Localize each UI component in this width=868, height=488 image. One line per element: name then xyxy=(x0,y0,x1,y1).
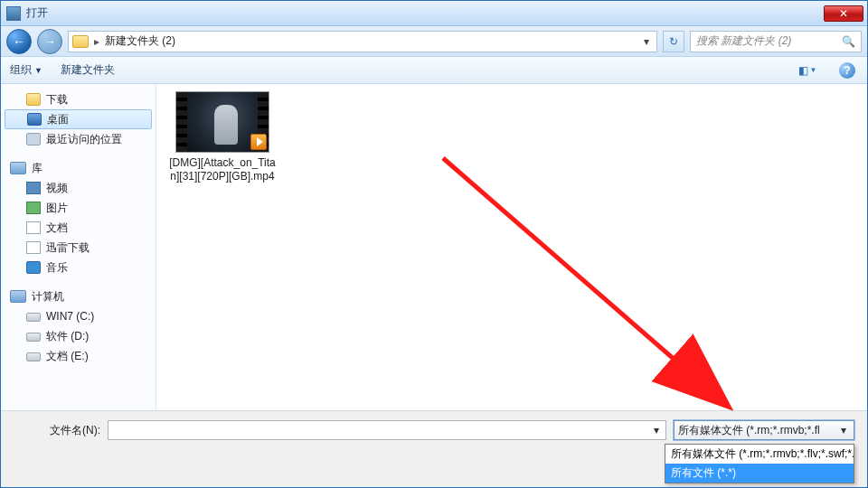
sidebar-item-xunlei[interactable]: 迅雷下载 xyxy=(1,238,156,258)
sidebar-item-label: WIN7 (C:) xyxy=(46,310,94,323)
navbar: ← → ▸ 新建文件夹 (2) ▾ ↻ 搜索 新建文件夹 (2) 🔍 xyxy=(1,26,867,57)
sidebar-item-label: 库 xyxy=(32,161,42,176)
filetype-selected-label: 所有媒体文件 (*.rm;*.rmvb;*.fl xyxy=(678,423,837,438)
folder-icon xyxy=(72,35,89,48)
filetype-option[interactable]: 所有文件 (*.*) xyxy=(665,464,854,483)
desktop-icon xyxy=(27,113,42,126)
sidebar-item-drive-d[interactable]: 软件 (D:) xyxy=(1,326,156,346)
sidebar-item-label: 最近访问的位置 xyxy=(46,132,122,147)
filename-input[interactable]: ▾ xyxy=(108,420,666,440)
sidebar-item-downloads[interactable]: 下载 xyxy=(1,89,156,109)
refresh-icon: ↻ xyxy=(669,35,678,48)
sidebar-item-desktop[interactable]: 桌面 xyxy=(5,109,152,129)
sidebar-group-computer[interactable]: 计算机 xyxy=(1,286,156,306)
downloads-icon xyxy=(26,93,41,106)
filename-label: 文件名(N): xyxy=(14,423,100,438)
sidebar-item-label: 计算机 xyxy=(32,289,64,305)
search-icon: 🔍 xyxy=(842,35,855,48)
arrow-left-icon: ← xyxy=(13,35,25,48)
sidebar-item-label: 迅雷下载 xyxy=(46,240,90,256)
sidebar-item-drive-c[interactable]: WIN7 (C:) xyxy=(1,306,156,326)
drive-icon xyxy=(26,333,41,342)
file-view[interactable]: [DMG][Attack_on_Titan][31][720P][GB].mp4 xyxy=(156,84,867,410)
sidebar-item-label: 文档 xyxy=(46,221,68,236)
search-input[interactable]: 搜索 新建文件夹 (2) 🔍 xyxy=(690,31,862,52)
libraries-icon xyxy=(10,162,26,174)
sidebar-item-label: 图片 xyxy=(46,201,68,216)
window-title: 打开 xyxy=(26,5,48,21)
footer: 文件名(N): ▾ 所有媒体文件 (*.rm;*.rmvb;*.fl ▾ 所有媒… xyxy=(1,410,867,487)
sidebar-item-pictures[interactable]: 图片 xyxy=(1,198,156,218)
pictures-icon xyxy=(26,202,41,214)
organize-menu[interactable]: 组织 ▼ xyxy=(10,62,42,78)
organize-label: 组织 xyxy=(10,62,32,78)
open-dialog: 打开 ✕ ← → ▸ 新建文件夹 (2) ▾ ↻ 搜索 新建文件夹 (2) 🔍 xyxy=(0,0,868,488)
sidebar: 下载 桌面 最近访问的位置 库 视频 图片 xyxy=(1,84,156,410)
refresh-button[interactable]: ↻ xyxy=(663,31,684,52)
toolbar: 组织 ▼ 新建文件夹 ◧ ▼ ? xyxy=(1,57,867,84)
documents-icon xyxy=(26,221,41,234)
titlebar[interactable]: 打开 ✕ xyxy=(1,1,867,26)
sidebar-item-label: 下载 xyxy=(46,92,68,108)
body: 下载 桌面 最近访问的位置 库 视频 图片 xyxy=(1,84,867,410)
forward-button[interactable]: → xyxy=(37,29,62,54)
play-overlay-icon xyxy=(250,134,267,150)
computer-icon xyxy=(10,290,26,303)
app-icon xyxy=(6,6,21,21)
sidebar-item-music[interactable]: 音乐 xyxy=(1,258,156,277)
breadcrumb-sep-icon: ▸ xyxy=(94,35,99,48)
new-folder-button[interactable]: 新建文件夹 xyxy=(61,62,115,78)
search-placeholder: 搜索 新建文件夹 (2) xyxy=(696,33,791,49)
file-item[interactable]: [DMG][Attack_on_Titan][31][720P][GB].mp4 xyxy=(169,91,276,183)
sidebar-group-libraries[interactable]: 库 xyxy=(1,158,156,178)
filetype-dropdown[interactable]: 所有媒体文件 (*.rm;*.rmvb;*.flv;*.swf;*. 所有文件 … xyxy=(665,444,854,483)
sidebar-item-recent[interactable]: 最近访问的位置 xyxy=(1,129,156,149)
back-button[interactable]: ← xyxy=(6,29,32,54)
sidebar-item-label: 软件 (D:) xyxy=(46,329,89,344)
video-thumbnail xyxy=(175,91,269,153)
filetype-select[interactable]: 所有媒体文件 (*.rm;*.rmvb;*.fl ▾ xyxy=(674,420,854,440)
breadcrumb-path[interactable]: 新建文件夹 (2) xyxy=(105,33,175,49)
sidebar-item-videos[interactable]: 视频 xyxy=(1,178,156,198)
address-bar[interactable]: ▸ 新建文件夹 (2) ▾ xyxy=(68,31,657,52)
sidebar-item-drive-e[interactable]: 文档 (E:) xyxy=(1,346,156,366)
close-button[interactable]: ✕ xyxy=(824,5,863,22)
video-icon xyxy=(26,182,41,194)
sidebar-item-documents[interactable]: 文档 xyxy=(1,218,156,238)
help-button[interactable]: ? xyxy=(836,61,858,80)
drive-icon xyxy=(26,352,41,361)
chevron-down-icon: ▼ xyxy=(810,66,817,74)
close-icon: ✕ xyxy=(839,7,848,20)
chevron-down-icon: ▾ xyxy=(837,424,850,436)
file-name: [DMG][Attack_on_Titan][31][720P][GB].mp4 xyxy=(169,156,276,183)
drive-icon xyxy=(26,313,41,322)
sidebar-item-label: 文档 (E:) xyxy=(46,349,89,364)
sidebar-item-label: 视频 xyxy=(46,181,68,196)
arrow-right-icon: → xyxy=(43,35,56,48)
sidebar-item-label: 音乐 xyxy=(46,260,68,276)
music-icon xyxy=(26,261,41,274)
xunlei-icon xyxy=(26,241,41,254)
new-folder-label: 新建文件夹 xyxy=(61,62,115,78)
address-dropdown-icon[interactable]: ▾ xyxy=(640,35,653,48)
help-icon: ? xyxy=(839,62,855,79)
sidebar-item-label: 桌面 xyxy=(47,112,69,127)
view-icon: ◧ xyxy=(798,64,808,77)
filetype-option[interactable]: 所有媒体文件 (*.rm;*.rmvb;*.flv;*.swf;*. xyxy=(665,445,854,464)
view-mode-button[interactable]: ◧ ▼ xyxy=(797,61,818,80)
chevron-down-icon: ▼ xyxy=(34,66,42,75)
recent-icon xyxy=(26,133,41,145)
filename-dropdown-icon[interactable]: ▾ xyxy=(649,423,664,437)
